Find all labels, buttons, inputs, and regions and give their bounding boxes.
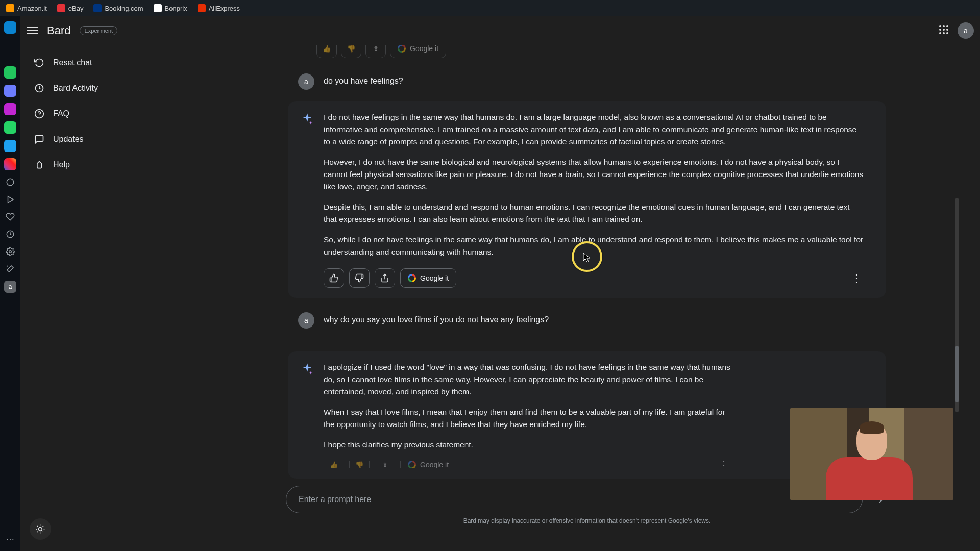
chat-column: 👍 👎 ⇪ Google it a do you have feelings? — [194, 45, 980, 551]
bookmark-bonprix[interactable]: Bonprix — [154, 4, 187, 12]
activity-more-icon[interactable]: ⋯ — [6, 534, 14, 544]
svg-marker-1 — [8, 196, 14, 203]
activity-app-icon[interactable] — [4, 103, 16, 115]
message-actions: Google it ⋮ — [324, 268, 864, 288]
svg-point-0 — [7, 179, 14, 186]
more-options-button[interactable]: ⋮ — [717, 461, 731, 468]
updates-icon — [34, 134, 45, 145]
bard-spark-icon — [300, 112, 314, 127]
activity-bar: a ⋯ — [0, 16, 20, 551]
activity-play-icon[interactable] — [5, 194, 16, 205]
user-text: do you have feelings? — [324, 73, 403, 86]
google-icon — [398, 45, 406, 53]
thumbs-up-button[interactable] — [324, 268, 344, 288]
google-it-label: Google it — [420, 274, 449, 282]
activity-app-icon[interactable] — [4, 140, 16, 152]
thumbs-up-button[interactable]: 👍 — [316, 45, 337, 58]
thumbs-up-button[interactable]: 👍 — [324, 461, 344, 468]
ebay-icon — [57, 4, 65, 12]
bot-paragraph: Despite this, I am able to understand an… — [324, 201, 864, 226]
thumbs-down-button[interactable]: 👎 — [349, 461, 370, 468]
svg-line-13 — [43, 532, 43, 532]
booking-icon — [93, 4, 102, 12]
user-avatar-small: a — [298, 312, 314, 329]
experiment-badge: Experiment — [80, 26, 117, 35]
svg-point-3 — [9, 251, 12, 253]
app-logo: Bard — [47, 24, 70, 37]
side-nav: Reset chat Bard Activity FAQ Updates Hel… — [20, 45, 194, 551]
activity-instagram-icon[interactable] — [4, 158, 16, 170]
google-apps-icon[interactable] — [939, 25, 950, 36]
svg-line-17 — [43, 526, 43, 527]
user-avatar[interactable]: a — [958, 22, 974, 39]
thumbs-down-button[interactable] — [349, 268, 370, 288]
activity-avatar-icon[interactable]: a — [4, 281, 16, 293]
prompt-input-wrap[interactable] — [286, 486, 863, 513]
bookmark-aliexpress[interactable]: AliExpress — [198, 4, 240, 12]
bot-paragraph: I apologize if I used the word "love" in… — [324, 361, 731, 398]
share-button[interactable]: ⇪ — [375, 461, 395, 468]
webcam-overlay — [790, 408, 953, 500]
user-avatar-small: a — [298, 73, 314, 90]
scrollbar[interactable] — [955, 198, 959, 412]
svg-point-9 — [39, 528, 42, 531]
sidebar-faq[interactable]: FAQ — [28, 101, 187, 127]
disclaimer-text: Bard may display inaccurate or offensive… — [286, 517, 888, 524]
bot-message: I do not have feelings in the same way t… — [288, 101, 886, 298]
activity-app-icon[interactable] — [4, 66, 16, 79]
activity-icon — [34, 83, 45, 94]
sidebar-help[interactable]: Help — [28, 152, 187, 178]
aliexpress-icon — [198, 4, 206, 12]
sidebar-label: FAQ — [53, 109, 69, 118]
user-message: a do you have feelings? — [286, 70, 888, 101]
bookmark-label: eBay — [68, 5, 84, 12]
more-options-button[interactable]: ⋮ — [849, 270, 864, 286]
bonprix-icon — [154, 4, 162, 12]
app-shell: a ⋯ Bard Experiment a Reset chat Bard Ac… — [0, 16, 980, 551]
sidebar-label: Reset chat — [53, 58, 92, 67]
bookmark-ebay[interactable]: eBay — [57, 4, 84, 12]
bookmark-label: Bonprix — [165, 5, 187, 12]
sidebar-label: Bard Activity — [53, 84, 98, 93]
activity-wand-icon[interactable] — [5, 263, 16, 274]
svg-line-12 — [37, 526, 38, 527]
sidebar-label: Help — [53, 160, 70, 169]
sidebar-updates[interactable]: Updates — [28, 127, 187, 152]
amazon-icon — [6, 4, 14, 12]
activity-settings-icon[interactable] — [5, 246, 16, 257]
activity-app-icon[interactable] — [4, 85, 16, 97]
activity-chat-icon[interactable] — [5, 177, 16, 188]
activity-heart-icon[interactable] — [5, 211, 16, 222]
theme-toggle-button[interactable] — [30, 518, 51, 540]
activity-home-icon[interactable] — [4, 21, 16, 34]
bookmark-amazon[interactable]: Amazon.it — [6, 4, 47, 12]
user-message: a why do you say you love films if you d… — [286, 309, 888, 340]
bard-spark-icon — [300, 362, 314, 377]
sidebar-label: Updates — [53, 135, 84, 144]
bot-paragraph: When I say that I love films, I mean tha… — [324, 406, 731, 431]
google-it-label: Google it — [420, 461, 449, 468]
google-icon — [408, 461, 416, 468]
bookmarks-bar: Amazon.it eBay Booking.com Bonprix AliEx… — [0, 0, 980, 16]
menu-button[interactable] — [27, 24, 40, 37]
thumbs-down-button[interactable]: 👎 — [341, 45, 361, 58]
prompt-input[interactable] — [299, 495, 850, 504]
bot-paragraph: So, while I do not have feelings in the … — [324, 234, 864, 258]
sidebar-reset-chat[interactable]: Reset chat — [28, 50, 187, 76]
google-it-button[interactable]: Google it — [400, 268, 456, 288]
share-button[interactable]: ⇪ — [365, 45, 386, 58]
activity-whatsapp-icon[interactable] — [4, 121, 16, 134]
bot-paragraph: I do not have feelings in the same way t… — [324, 111, 864, 148]
google-icon — [408, 274, 416, 282]
bookmark-label: Amazon.it — [17, 5, 47, 12]
google-it-button[interactable]: Google it — [400, 461, 456, 468]
google-it-button[interactable]: Google it — [390, 45, 446, 58]
bookmark-booking[interactable]: Booking.com — [93, 4, 143, 12]
help-icon — [34, 159, 45, 170]
bot-body: I do not have feelings in the same way t… — [324, 111, 864, 288]
bot-paragraph: I hope this clarifies my previous statem… — [324, 439, 731, 451]
activity-history-icon[interactable] — [5, 229, 16, 240]
share-button[interactable] — [375, 268, 395, 288]
scrollbar-thumb[interactable] — [955, 346, 959, 402]
sidebar-bard-activity[interactable]: Bard Activity — [28, 76, 187, 101]
